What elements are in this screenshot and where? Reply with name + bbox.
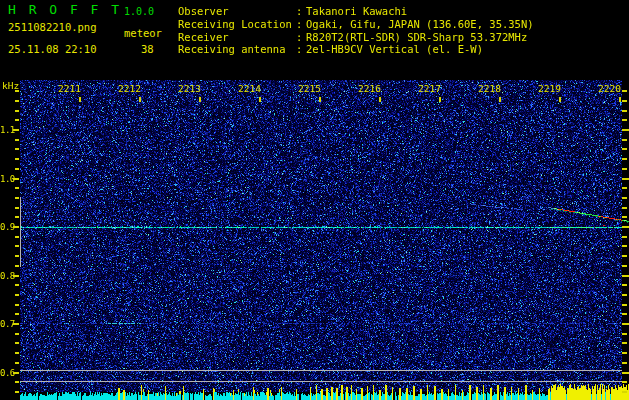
y-tick-major-right xyxy=(622,129,629,131)
y-tick-minor-right xyxy=(622,304,627,306)
y-tick-minor-right xyxy=(622,245,627,247)
y-tick-major-right xyxy=(622,275,629,277)
y-tick-major xyxy=(13,323,19,325)
y-tick-minor-right xyxy=(622,100,627,102)
y-tick-label: 0.6 xyxy=(0,368,13,378)
y-tick-minor xyxy=(15,100,19,102)
y-tick-major-right xyxy=(622,323,629,325)
y-tick-label: 0.7 xyxy=(0,319,13,329)
y-tick-minor-right xyxy=(622,381,627,383)
y-tick-minor xyxy=(15,236,19,238)
x-tick-label: 2215 xyxy=(295,84,321,94)
y-tick-major xyxy=(13,129,19,131)
y-tick-minor xyxy=(15,255,19,257)
x-tick-label: 2216 xyxy=(355,84,381,94)
y-tick-minor xyxy=(15,197,19,199)
y-tick-major xyxy=(13,178,19,180)
y-tick-minor xyxy=(15,362,19,364)
x-tick-label: 2213 xyxy=(175,84,201,94)
y-tick-minor-right xyxy=(622,362,627,364)
y-tick-minor-right xyxy=(622,294,627,296)
y-tick-minor-right xyxy=(622,333,627,335)
y-tick-minor xyxy=(15,119,19,121)
y-tick-minor xyxy=(15,187,19,189)
y-tick-major-right xyxy=(622,226,629,228)
y-tick-minor xyxy=(15,381,19,383)
axes-layer: kHz2211221222132214221522162217221822192… xyxy=(0,0,629,400)
y-tick-minor-right xyxy=(622,119,627,121)
x-tick-label: 2217 xyxy=(415,84,441,94)
y-tick-major-right xyxy=(622,372,629,374)
y-tick-minor-right xyxy=(622,236,627,238)
hrofft-screen: H R O F F T 1.0.0 2511082210.png meteor … xyxy=(0,0,629,400)
y-tick-minor xyxy=(15,148,19,150)
y-tick-minor-right xyxy=(622,391,627,393)
y-tick-minor xyxy=(15,90,19,92)
y-tick-minor xyxy=(15,391,19,393)
x-tick xyxy=(79,97,81,102)
y-tick-major xyxy=(13,226,19,228)
y-tick-minor xyxy=(15,304,19,306)
y-tick-minor-right xyxy=(622,255,627,257)
y-tick-minor-right xyxy=(622,207,627,209)
y-tick-minor xyxy=(15,168,19,170)
y-tick-minor xyxy=(15,294,19,296)
y-tick-minor-right xyxy=(622,168,627,170)
y-tick-minor xyxy=(15,342,19,344)
x-tick xyxy=(259,97,261,102)
y-tick-minor xyxy=(15,333,19,335)
y-tick-label: 1.1 xyxy=(0,125,13,135)
y-tick-minor-right xyxy=(622,90,627,92)
y-tick-minor-right xyxy=(622,148,627,150)
x-tick xyxy=(199,97,201,102)
y-tick-minor xyxy=(15,313,19,315)
y-tick-minor-right xyxy=(622,110,627,112)
y-tick-minor-right xyxy=(622,313,627,315)
y-tick-minor-right xyxy=(622,197,627,199)
y-tick-minor-right xyxy=(622,342,627,344)
y-tick-minor xyxy=(15,110,19,112)
y-tick-minor xyxy=(15,207,19,209)
x-tick-label: 2212 xyxy=(115,84,141,94)
x-tick xyxy=(559,97,561,102)
y-tick-minor xyxy=(15,139,19,141)
y-tick-major xyxy=(13,372,19,374)
y-tick-label: 1.0 xyxy=(0,174,13,184)
x-tick xyxy=(499,97,501,102)
y-tick-minor xyxy=(15,284,19,286)
y-tick-label: 0.9 xyxy=(0,222,13,232)
x-tick xyxy=(619,97,621,102)
y-tick-minor xyxy=(15,158,19,160)
x-tick-label: 2219 xyxy=(535,84,561,94)
y-tick-minor-right xyxy=(622,284,627,286)
y-tick-minor xyxy=(15,216,19,218)
y-tick-minor-right xyxy=(622,187,627,189)
y-tick-major-right xyxy=(622,178,629,180)
x-tick-label: 2214 xyxy=(235,84,261,94)
y-tick-minor-right xyxy=(622,158,627,160)
y-tick-minor-right xyxy=(622,139,627,141)
x-tick-label: 2220 xyxy=(595,84,621,94)
x-tick-label: 2211 xyxy=(55,84,81,94)
y-tick-minor-right xyxy=(622,265,627,267)
y-tick-label: 0.8 xyxy=(0,271,13,281)
y-tick-minor xyxy=(15,265,19,267)
y-tick-major xyxy=(13,275,19,277)
y-tick-minor xyxy=(15,352,19,354)
x-tick xyxy=(319,97,321,102)
y-tick-minor xyxy=(15,245,19,247)
y-tick-minor-right xyxy=(622,352,627,354)
y-tick-minor-right xyxy=(622,216,627,218)
x-tick xyxy=(379,97,381,102)
x-tick-label: 2218 xyxy=(475,84,501,94)
x-tick xyxy=(439,97,441,102)
x-tick xyxy=(139,97,141,102)
